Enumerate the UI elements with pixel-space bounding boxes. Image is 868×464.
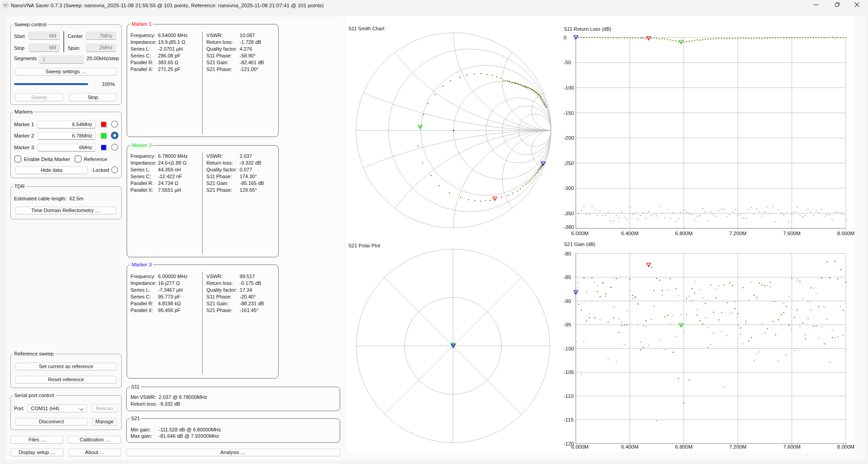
svg-text:-300: -300 [564, 185, 574, 191]
svg-text:-150: -150 [564, 110, 574, 116]
svg-text:6.000M: 6.000M [571, 231, 588, 236]
svg-text:-380: -380 [564, 224, 574, 230]
svg-text:-90: -90 [564, 298, 571, 304]
svg-text:-250: -250 [564, 161, 574, 166]
svg-text:7.600M: 7.600M [783, 231, 800, 236]
svg-text:6.800M: 6.800M [675, 231, 693, 236]
svg-text:6.400M: 6.400M [621, 444, 638, 450]
svg-text:-115: -115 [564, 417, 574, 422]
svg-text:7.200M: 7.200M [729, 444, 746, 450]
svg-text:8.000M: 8.000M [837, 444, 854, 450]
svg-text:-100: -100 [564, 346, 574, 351]
svg-text:-100: -100 [564, 85, 574, 90]
svg-text:-105: -105 [564, 369, 574, 375]
svg-text:8.000M: 8.000M [837, 231, 854, 236]
svg-text:7.600M: 7.600M [783, 444, 800, 450]
svg-text:-110: -110 [564, 393, 574, 399]
svg-text:S21 Gain (dB): S21 Gain (dB) [564, 241, 596, 247]
svg-text:S11 Smith Chart: S11 Smith Chart [348, 26, 384, 31]
svg-text:6.800M: 6.800M [675, 444, 693, 450]
svg-text:7.200M: 7.200M [729, 231, 746, 236]
svg-text:-350: -350 [564, 211, 574, 216]
svg-text:-200: -200 [564, 135, 574, 141]
svg-text:S21 Polar Plot: S21 Polar Plot [348, 243, 380, 248]
svg-text:-80: -80 [564, 251, 571, 256]
svg-text:0: 0 [564, 35, 566, 40]
svg-text:S11 Return Loss (dB): S11 Return Loss (dB) [564, 26, 612, 32]
svg-text:6.400M: 6.400M [621, 231, 638, 236]
svg-text:-50: -50 [564, 60, 571, 65]
svg-text:6.000M: 6.000M [571, 444, 588, 450]
svg-text:-95: -95 [564, 322, 571, 327]
svg-text:-85: -85 [564, 275, 571, 280]
